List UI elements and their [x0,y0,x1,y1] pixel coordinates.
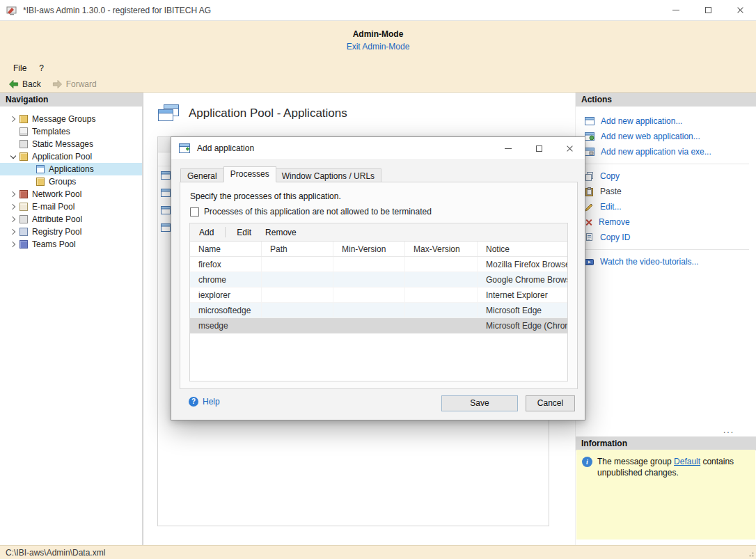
actions-divider [583,164,749,164]
column-header-notice[interactable]: Notice [478,242,567,256]
action-copy-id[interactable]: Copy ID [576,230,756,245]
cell-max-version [405,318,478,333]
help-link[interactable]: Help [189,397,220,407]
action-label: Edit... [600,202,622,212]
grid-toolbar: Add Edit Remove [190,223,567,242]
save-button[interactable]: Save [441,395,518,411]
cell-name: msedge [190,318,262,333]
table-row-selected[interactable]: msedge Microsoft Edge (Chrom... [190,318,567,333]
close-icon[interactable] [724,0,756,20]
maximize-icon[interactable] [692,0,724,20]
menu-help[interactable]: ? [33,62,50,74]
chevron-down-icon[interactable] [10,153,16,159]
table-row[interactable]: firefox Mozilla Firefox Browser [190,257,567,272]
table-row[interactable]: microsoftedge Microsoft Edge [190,303,567,318]
sidebar-item-label: E-mail Pool [32,202,74,212]
cell-path [262,288,333,302]
chevron-right-icon[interactable] [9,191,15,197]
column-header-path[interactable]: Path [262,242,333,256]
action-add-new-web-application[interactable]: Add new web application... [576,129,756,144]
sidebar-item-label: Teams Pool [32,239,76,249]
sidebar-item-templates[interactable]: Templates [0,125,142,138]
cell-max-version [405,272,478,287]
action-copy[interactable]: Copy [576,168,756,184]
sidebar-item-registry-pool[interactable]: Registry Pool [0,226,142,238]
application-icon [161,206,171,214]
sidebar-item-attribute-pool[interactable]: Attribute Pool [0,213,142,226]
default-message-group-link[interactable]: Default [674,457,700,466]
message-groups-icon [19,115,28,123]
grid-add-button[interactable]: Add [196,226,216,239]
dialog-maximize-icon[interactable] [523,137,554,159]
resize-grip-icon[interactable] [747,550,754,557]
dialog-minimize-icon[interactable] [493,137,523,159]
chevron-right-icon[interactable] [9,242,15,247]
action-edit[interactable]: Edit... [576,199,756,214]
action-add-new-application[interactable]: Add new application... [576,113,756,129]
column-header-name[interactable]: Name [190,242,262,256]
cell-min-version [333,272,405,287]
action-remove[interactable]: Remove [576,214,756,230]
chevron-right-icon[interactable] [9,116,15,122]
copy-id-icon [585,233,594,242]
exit-admin-mode-link[interactable]: Exit Admin-Mode [347,42,410,52]
actions-panel: Actions Add new application... Add new w… [576,93,756,545]
column-header-max-version[interactable]: Max-Version [405,242,478,256]
cell-name: firefox [190,257,262,271]
cell-notice: Microsoft Edge (Chrom... [478,318,567,333]
cell-notice: Google Chrome Browser [478,272,567,287]
action-watch-video-tutorials[interactable]: Watch the video-tutorials... [576,254,756,269]
admin-mode-title: Admin-Mode [0,21,756,39]
tab-general[interactable]: General [180,168,224,182]
add-web-application-icon [585,132,594,141]
info-text-before: The message group [597,457,674,466]
sidebar-item-message-groups[interactable]: Message Groups [0,113,142,125]
cell-min-version [333,288,405,302]
cell-max-version [405,303,478,317]
sidebar-item-groups[interactable]: Groups [0,175,142,188]
grid-remove-button[interactable]: Remove [262,226,299,239]
table-row[interactable]: iexplorer Internet Explorer [190,288,567,303]
dialog-close-icon[interactable] [554,137,585,159]
navigation-toolbar: Back Forward [0,76,756,93]
grid-header-row: Name Path Min-Version Max-Version Notice [190,242,567,257]
applications-icon [36,165,45,173]
processes-grid: Add Edit Remove Name Path Min-Version Ma… [189,223,568,381]
sidebar-item-teams-pool[interactable]: Teams Pool [0,238,142,251]
sidebar-item-email-pool[interactable]: E-mail Pool [0,200,142,213]
email-pool-icon [19,203,28,211]
chevron-right-icon[interactable] [9,216,15,222]
forward-button[interactable]: Forward [52,79,97,89]
cell-min-version [333,303,405,317]
info-icon [582,457,592,467]
status-path: C:\IBI-aws\Admin\Data.xml [6,548,105,558]
chevron-right-icon[interactable] [9,229,15,235]
attribute-pool-icon [19,215,28,223]
action-add-new-application-via-exe[interactable]: Add new application via exe... [576,144,756,159]
sidebar-item-static-messages[interactable]: Static Messages [0,138,142,150]
minimize-icon[interactable] [660,0,692,20]
cell-min-version [333,257,405,271]
dialog-title-bar: Add application [171,137,585,160]
help-label: Help [203,397,220,407]
menu-file[interactable]: File [7,62,33,74]
terminate-not-allowed-checkbox[interactable] [190,207,199,216]
table-row[interactable]: chrome Google Chrome Browser [190,272,567,288]
tab-processes[interactable]: Processes [223,166,276,182]
network-pool-icon [19,190,28,198]
application-icon [161,189,171,197]
add-application-dialog: Add application General Processes Window… [171,136,585,420]
sidebar-item-network-pool[interactable]: Network Pool [0,188,142,200]
sidebar-item-label: Application Pool [32,152,92,162]
grid-edit-button[interactable]: Edit [234,226,254,239]
column-header-min-version[interactable]: Min-Version [333,242,405,256]
tab-window-captions-urls[interactable]: Window Captions / URLs [276,168,381,182]
chevron-right-icon[interactable] [9,204,15,210]
sidebar-item-label: Attribute Pool [32,214,82,224]
back-button[interactable]: Back [8,79,41,89]
panel-splitter-handle[interactable]: ... [723,425,734,435]
sidebar-item-applications[interactable]: Applications [0,163,142,175]
remove-icon [585,219,592,226]
sidebar-item-application-pool[interactable]: Application Pool [0,150,142,163]
cancel-button[interactable]: Cancel [526,395,575,411]
